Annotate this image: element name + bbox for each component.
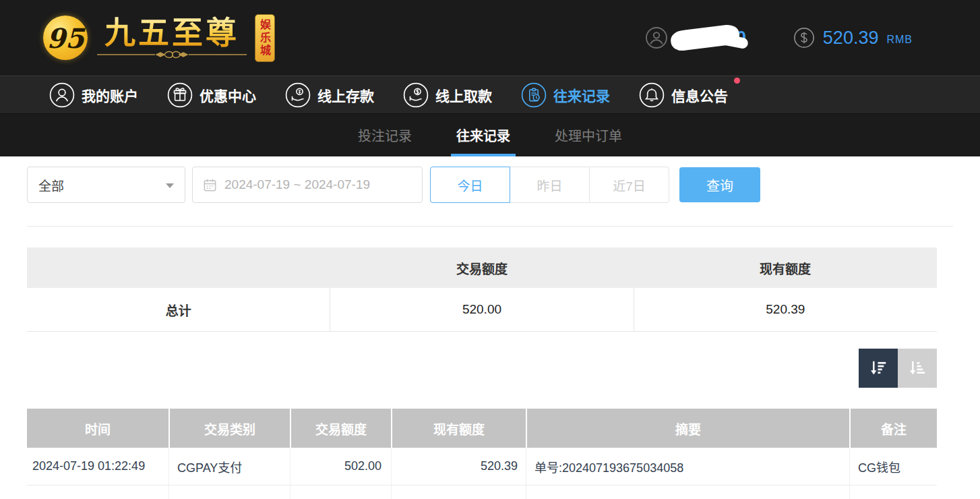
tab-label: 往来记录	[456, 125, 510, 145]
sort-ascending-button[interactable]	[898, 349, 937, 388]
username-censor-blob	[669, 24, 740, 52]
cell-type: CGPAY支付	[169, 448, 290, 485]
username-masked: 0	[673, 24, 749, 51]
cell-note: CG钱包	[849, 448, 937, 485]
sort-asc-icon	[907, 358, 927, 378]
col-header-balance: 现有额度	[391, 409, 526, 448]
col-header-type: 交易类别	[169, 409, 290, 448]
dollar-circle-icon	[793, 27, 815, 49]
cell-balance: 520.39	[391, 448, 526, 485]
cell-type: 活动优惠	[169, 486, 290, 499]
table-row: 2024-07-19 01:21:14 活动优惠 18.00 18.39	[27, 486, 937, 499]
records-table-header: 时间 交易类别 交易额度 现有额度 摘要 备注	[27, 409, 937, 448]
quick-range-yesterday-button[interactable]: 昨日	[510, 167, 590, 203]
nav-item-label: 往来记录	[553, 85, 610, 105]
balance-currency: RMB	[886, 30, 913, 46]
sort-desc-icon	[868, 358, 888, 378]
deposit-coin-hand-icon	[284, 82, 311, 109]
site-logo[interactable]: 95 九五至尊 娱乐城	[43, 14, 275, 62]
summary-total-row: 总计 520.00 520.39	[27, 288, 937, 332]
nav-item-label: 我的账户	[82, 85, 138, 105]
cell-summary: 单号:202407193675034058	[526, 448, 849, 485]
tab-label: 投注记录	[358, 125, 412, 145]
cell-balance: 18.39	[391, 486, 526, 499]
cell-note	[849, 486, 937, 499]
gift-icon	[166, 82, 193, 109]
nav-item-transaction-records[interactable]: 往来记录	[520, 82, 610, 109]
summary-header-row: 交易额度 现有额度	[27, 247, 937, 288]
summary-header-balance: 现有额度	[634, 247, 937, 288]
category-select-value: 全部	[38, 176, 64, 194]
col-header-time: 时间	[27, 409, 169, 448]
cell-amount: 502.00	[290, 448, 391, 485]
query-button[interactable]: 查询	[679, 167, 760, 202]
sub-nav: 投注记录 往来记录 处理中订单	[0, 113, 980, 156]
user-account[interactable]: 0	[645, 24, 793, 51]
nav-item-online-withdraw[interactable]: 线上取款	[402, 82, 492, 109]
sort-descending-button[interactable]	[859, 349, 898, 388]
brand-badge: 娱乐城	[255, 14, 275, 62]
filter-row: 全部 2024-07-19 ~ 2024-07-19 今日 昨日 近7日 查询	[27, 166, 953, 204]
quick-range-last7days-button[interactable]: 近7日	[589, 167, 669, 203]
date-range-picker[interactable]: 2024-07-19 ~ 2024-07-19	[192, 167, 423, 203]
user-icon	[49, 82, 75, 109]
bell-icon	[638, 82, 665, 109]
active-tab-underline	[451, 154, 516, 156]
summary-header-blank	[27, 247, 330, 288]
main-nav: 我的账户 优惠中心 线上存款	[0, 76, 980, 113]
logo-circle-text: 95	[47, 22, 84, 54]
quick-range-today-button[interactable]: 今日	[430, 167, 510, 203]
nav-item-online-deposit[interactable]: 线上存款	[284, 82, 374, 109]
header-account-area: 0 520.39 RMB	[645, 24, 980, 51]
cell-amount: 18.00	[290, 486, 391, 499]
tab-label: 处理中订单	[555, 125, 622, 145]
quick-range-group: 今日 昨日 近7日	[430, 167, 669, 203]
content: 全部 2024-07-19 ~ 2024-07-19 今日 昨日 近7日 查询	[0, 166, 980, 499]
tab-bet-records[interactable]: 投注记录	[355, 114, 415, 156]
category-select[interactable]: 全部	[27, 167, 185, 203]
nav-item-promotions[interactable]: 优惠中心	[166, 82, 256, 109]
user-icon	[645, 26, 668, 49]
records-clipboard-icon	[520, 82, 547, 109]
nav-item-my-account[interactable]: 我的账户	[49, 82, 138, 109]
nav-item-label: 线上存款	[317, 85, 374, 105]
summary-total-label: 总计	[27, 288, 330, 331]
records-table: 时间 交易类别 交易额度 现有额度 摘要 备注 2024-07-19 01:22…	[27, 409, 937, 499]
page: 95 九五至尊 娱乐城	[0, 0, 980, 499]
calendar-icon	[202, 177, 218, 193]
balance[interactable]: 520.39 RMB	[793, 27, 913, 49]
nav-item-announcements[interactable]: 信息公告	[638, 82, 728, 109]
brand-name: 九五至尊	[104, 16, 239, 49]
flourish-ornament-icon	[94, 50, 249, 59]
sort-controls	[27, 349, 937, 388]
section-divider	[27, 226, 953, 227]
balance-amount: 520.39	[823, 28, 879, 49]
cell-summary	[526, 486, 849, 499]
summary-balance-total: 520.39	[634, 288, 937, 331]
date-range-value: 2024-07-19 ~ 2024-07-19	[224, 177, 370, 192]
top-header: 95 九五至尊 娱乐城	[0, 0, 980, 76]
cell-time: 2024-07-19 01:22:49	[27, 448, 169, 485]
notification-dot	[734, 78, 740, 84]
logo-95-icon: 95	[43, 16, 88, 60]
tab-transaction-records[interactable]: 往来记录	[454, 114, 513, 156]
nav-item-label: 线上取款	[435, 85, 492, 105]
cell-time: 2024-07-19 01:21:14	[27, 486, 169, 499]
nav-item-label: 信息公告	[671, 85, 728, 105]
col-header-note: 备注	[849, 409, 937, 448]
summary-header-transaction: 交易额度	[330, 247, 634, 288]
summary-table: 交易额度 现有额度 总计 520.00 520.39	[27, 247, 937, 332]
nav-item-label: 优惠中心	[200, 85, 256, 105]
col-header-summary: 摘要	[526, 409, 849, 448]
col-header-amount: 交易额度	[290, 409, 391, 448]
dropdown-caret-icon	[166, 183, 174, 188]
summary-transaction-total: 520.00	[330, 288, 633, 331]
withdraw-coin-hand-icon	[402, 82, 429, 109]
tab-processing-orders[interactable]: 处理中订单	[552, 114, 625, 156]
table-row: 2024-07-19 01:22:49 CGPAY支付 502.00 520.3…	[27, 448, 937, 486]
brand-block: 九五至尊	[94, 16, 249, 59]
